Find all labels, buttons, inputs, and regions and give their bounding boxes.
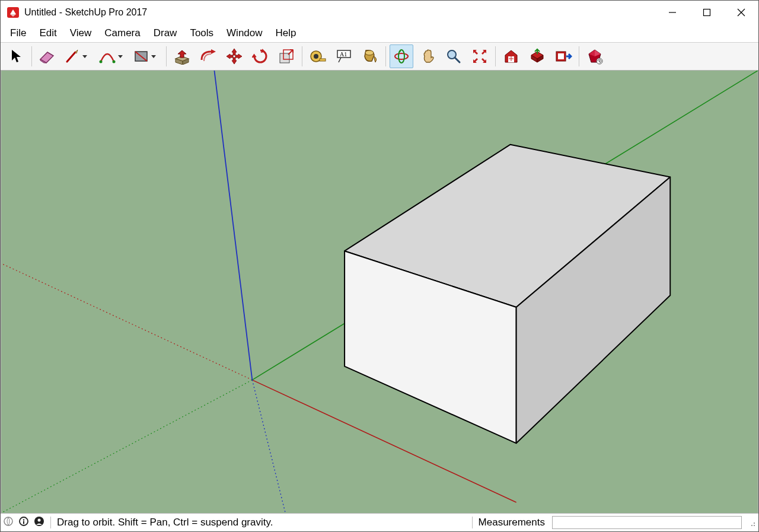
svg-rect-42	[751, 525, 752, 526]
pan-tool-icon[interactable]	[416, 44, 439, 68]
close-button[interactable]	[724, 1, 758, 24]
svg-point-6	[113, 60, 116, 63]
menu-draw[interactable]: Draw	[148, 26, 183, 41]
tape-measure-tool-icon[interactable]	[306, 44, 330, 68]
resize-grip-icon[interactable]	[748, 518, 756, 527]
box-model	[345, 145, 670, 444]
svg-point-25	[599, 60, 600, 62]
zoom-extents-tool-icon[interactable]	[468, 44, 492, 68]
measurements-label: Measurements	[479, 517, 545, 528]
select-tool-icon[interactable]	[4, 44, 28, 68]
title-bar: Untitled - SketchUp Pro 2017	[1, 1, 758, 24]
svg-point-12	[314, 54, 318, 59]
svg-point-17	[395, 53, 408, 59]
minimize-button[interactable]	[655, 1, 690, 24]
chevron-down-icon	[151, 55, 156, 58]
app-icon	[7, 6, 20, 19]
svg-rect-23	[558, 53, 564, 59]
scene-svg	[1, 71, 758, 513]
zoom-tool-icon[interactable]	[442, 44, 465, 68]
menu-bar: File Edit View Camera Draw Tools Window …	[1, 24, 758, 42]
svg-point-18	[398, 50, 404, 63]
svg-point-37	[23, 519, 24, 520]
eraser-tool-icon[interactable]	[36, 44, 59, 68]
window-title: Untitled - SketchUp Pro 2017	[24, 7, 147, 18]
menu-tools[interactable]: Tools	[184, 26, 219, 41]
svg-rect-41	[754, 525, 755, 526]
follow-me-tool-icon[interactable]	[196, 44, 220, 68]
line-tool-icon[interactable]	[62, 44, 94, 68]
push-pull-tool-icon[interactable]	[170, 44, 194, 68]
svg-text:A1: A1	[340, 51, 347, 58]
chevron-down-icon	[118, 55, 123, 58]
svg-point-5	[100, 60, 103, 63]
menu-window[interactable]: Window	[221, 26, 268, 41]
geo-location-icon[interactable]	[3, 516, 14, 530]
svg-line-20	[455, 58, 460, 62]
scale-tool-icon[interactable]	[275, 44, 298, 68]
status-bar: Drag to orbit. Shift = Pan, Ctrl = suspe…	[1, 513, 758, 531]
svg-rect-43	[754, 523, 755, 524]
rotate-tool-icon[interactable]	[248, 44, 272, 68]
paint-bucket-tool-icon[interactable]	[358, 44, 382, 68]
user-icon[interactable]	[34, 516, 44, 530]
credits-icon[interactable]	[18, 516, 29, 530]
orbit-tool-icon[interactable]	[390, 44, 413, 68]
window-controls	[655, 1, 758, 24]
menu-edit[interactable]: Edit	[33, 26, 62, 41]
shape-tool-icon[interactable]	[130, 44, 162, 68]
svg-line-31	[252, 380, 285, 513]
svg-rect-38	[23, 521, 24, 524]
model-viewport[interactable]	[1, 71, 758, 513]
svg-line-30	[214, 71, 252, 380]
arc-tool-icon[interactable]	[96, 44, 128, 68]
svg-rect-9	[280, 53, 289, 63]
extension-warehouse-icon[interactable]	[551, 44, 575, 68]
text-tool-icon[interactable]: A1	[332, 44, 356, 68]
svg-line-27	[1, 263, 252, 380]
svg-point-40	[38, 518, 41, 521]
menu-camera[interactable]: Camera	[98, 26, 146, 41]
move-tool-icon[interactable]	[222, 44, 246, 68]
menu-view[interactable]: View	[64, 26, 98, 41]
svg-line-29	[1, 380, 252, 513]
menu-help[interactable]: Help	[270, 26, 302, 41]
ruby-console-icon[interactable]	[583, 44, 607, 68]
svg-rect-2	[704, 9, 710, 16]
svg-point-16	[365, 50, 374, 55]
svg-rect-13	[320, 59, 326, 61]
warehouse-get-icon[interactable]	[499, 44, 523, 68]
chevron-down-icon	[82, 55, 87, 58]
status-hint: Drag to orbit. Shift = Pan, Ctrl = suspe…	[57, 517, 273, 528]
svg-point-35	[4, 517, 12, 525]
app-window: Untitled - SketchUp Pro 2017 File Edit V…	[0, 0, 759, 532]
toolbar: A1	[1, 42, 758, 71]
warehouse-share-icon[interactable]	[525, 44, 549, 68]
menu-file[interactable]: File	[4, 26, 32, 41]
maximize-button[interactable]	[690, 1, 724, 24]
measurements-input[interactable]	[552, 516, 742, 529]
